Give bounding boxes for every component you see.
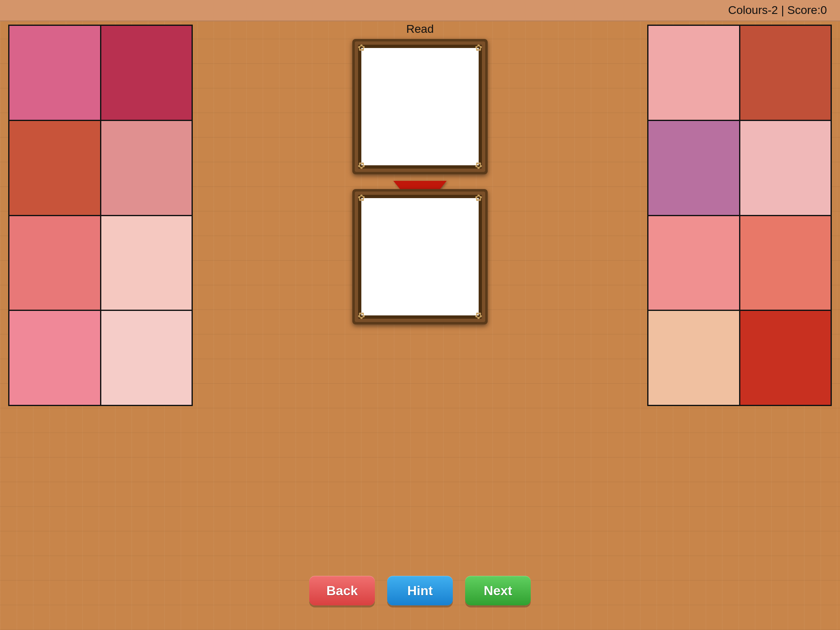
score-display: Colours-2 | Score:0 (728, 4, 827, 17)
left-grid[interactable] (8, 25, 193, 406)
left-grid-cell-1[interactable] (101, 26, 192, 120)
frame-inner-top (361, 48, 479, 165)
right-grid[interactable] (647, 25, 832, 406)
bottom-frame: ✿ ✿ ✿ ✿ (352, 189, 488, 324)
top-frame: ✿ ✿ ✿ ✿ (352, 39, 488, 174)
left-grid-cell-5[interactable] (101, 216, 192, 310)
right-grid-cell-3[interactable] (740, 121, 831, 215)
hint-button[interactable]: Hint (387, 576, 453, 605)
left-grid-cell-7[interactable] (101, 311, 192, 405)
corner-tr2-icon: ✿ (470, 190, 487, 206)
left-grid-cell-6[interactable] (9, 311, 100, 405)
frame-inner-bottom (361, 198, 479, 315)
read-label: Read (406, 23, 434, 36)
corner-bl2-icon: ✿ (353, 307, 370, 324)
next-button[interactable]: Next (465, 576, 531, 605)
right-grid-cell-5[interactable] (740, 216, 831, 310)
button-row: Back Hint Next (201, 576, 639, 605)
back-button[interactable]: Back (309, 576, 375, 605)
right-grid-cell-1[interactable] (740, 26, 831, 120)
left-grid-cell-2[interactable] (9, 121, 100, 215)
corner-bl-icon: ✿ (353, 157, 370, 173)
right-grid-cell-0[interactable] (648, 26, 739, 120)
right-grid-cell-7[interactable] (740, 311, 831, 405)
corner-tl2-icon: ✿ (353, 190, 370, 206)
right-grid-cell-2[interactable] (648, 121, 739, 215)
left-grid-cell-0[interactable] (9, 26, 100, 120)
center-area: Read ✿ ✿ ✿ ✿ ✿ ✿ ✿ ✿ (201, 23, 639, 425)
corner-tr-icon: ✿ (470, 40, 487, 56)
top-bar: Colours-2 | Score:0 (0, 0, 840, 21)
left-grid-cell-4[interactable] (9, 216, 100, 310)
left-grid-cell-3[interactable] (101, 121, 192, 215)
corner-br-icon: ✿ (470, 157, 487, 173)
right-grid-cell-6[interactable] (648, 311, 739, 405)
corner-br2-icon: ✿ (470, 307, 487, 324)
corner-tl-icon: ✿ (353, 40, 370, 56)
right-grid-cell-4[interactable] (648, 216, 739, 310)
